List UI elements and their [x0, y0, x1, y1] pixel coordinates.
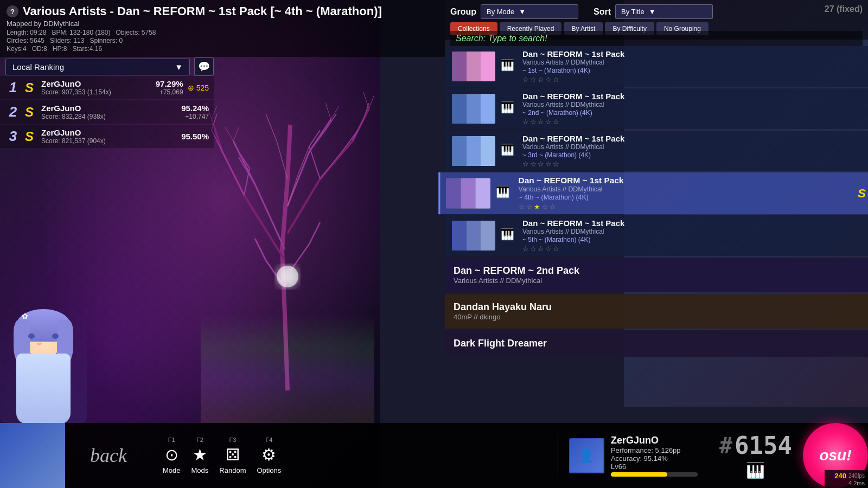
song-stars-4: ☆☆★☆☆	[519, 202, 852, 210]
options-button[interactable]: F4 ⚙ Options	[257, 436, 281, 474]
chat-icon-button[interactable]: 💬	[194, 57, 214, 76]
song-list: 🎹 Dan ~ REFORM ~ 1st Pack Various Artist…	[445, 46, 868, 358]
bottom-piano-icon: 🎹	[746, 461, 765, 479]
fps-value: 240	[834, 472, 846, 480]
score-rank-3: 3	[5, 128, 21, 145]
mode-label: Mode	[163, 466, 181, 474]
song-stars-3: ☆☆☆☆☆	[522, 160, 863, 168]
sort-dropdown[interactable]: By Title ▼	[615, 4, 713, 19]
song-artist-1: Various Artists // DDMythical	[522, 59, 863, 66]
random-button[interactable]: F3 ⚄ Random	[219, 436, 246, 474]
song-thumb-4	[446, 178, 490, 209]
pack-item-2[interactable]: Dandan Hayaku Naru 40mP // dkingo	[445, 294, 868, 329]
pack-item-3[interactable]: Dark Flight Dreamer	[445, 330, 868, 357]
player-info: 👤 ZerGJunO Performance: 5,126pp Accuracy…	[558, 435, 709, 477]
level-bar-background	[611, 472, 698, 477]
player-performance: Performance: 5,126pp	[611, 446, 698, 454]
song-item-1[interactable]: 🎹 Dan ~ REFORM ~ 1st Pack Various Artist…	[445, 46, 868, 87]
hit-icon-1: ⊕	[188, 84, 194, 92]
f1-label: F1	[168, 436, 175, 443]
song-stats: Circles: 5645 Sliders: 113 Spinners: 0	[7, 37, 438, 44]
options-icon: ⚙	[261, 445, 276, 464]
score-entry-3[interactable]: 3 S ZerGJunO Score: 821,537 (904x) 95.50…	[0, 125, 214, 148]
mode-icon: ⊙	[165, 445, 178, 464]
song-meta: Length: 09:28 BPM: 132-180 (180) Objects…	[7, 29, 438, 36]
svg-point-0	[277, 266, 298, 287]
group-arrow: ▼	[519, 8, 526, 16]
pack-title-1: Dan ~ REFORM ~ 2nd Pack	[454, 265, 859, 277]
search-text: Search: Type to search!	[456, 34, 547, 43]
hit-count-1: 525	[196, 84, 209, 92]
f3-label: F3	[229, 436, 236, 443]
mods-button[interactable]: F2 ★ Mods	[192, 436, 209, 474]
anime-character-left: ✿	[0, 304, 87, 423]
player-level: Lv66	[611, 463, 698, 471]
random-label: Random	[219, 466, 246, 474]
back-avatar-area	[0, 423, 65, 488]
score-name-2: ZerGJunO	[41, 104, 177, 113]
song-info-5: Dan ~ REFORM ~ 1st Pack Various Artists …	[522, 219, 863, 253]
options-label: Options	[257, 466, 281, 474]
group-dropdown[interactable]: By Mode ▼	[481, 4, 578, 19]
song-title-3: Dan ~ REFORM ~ 1st Pack	[522, 134, 863, 143]
song-info-3: Dan ~ REFORM ~ 1st Pack Various Artists …	[522, 134, 863, 168]
ranking-arrow: ▼	[175, 62, 183, 72]
leaderboard: 1 S ZerGJunO Score: 907,353 (1,154x) 97.…	[0, 76, 214, 149]
search-bar[interactable]: Search: Type to search!	[450, 31, 863, 46]
piano-icon-4: 🎹	[496, 185, 513, 202]
ranking-label: Local Ranking	[12, 62, 64, 72]
fps-target: 240fps	[848, 473, 865, 479]
song-diff-4: ~ 4th ~ (Marathon) (4K)	[519, 194, 852, 201]
song-title-4: Dan ~ REFORM ~ 1st Pack	[519, 176, 852, 185]
score-grade-3: S	[25, 129, 37, 144]
group-value: By Mode	[487, 8, 514, 16]
score-acc-1: 97.29%	[156, 79, 183, 88]
pack-item-1[interactable]: Dan ~ REFORM ~ 2nd Pack Various Artists …	[445, 258, 868, 292]
song-thumb-1	[452, 52, 495, 81]
bottom-actions: F1 ⊙ Mode F2 ★ Mods F3 ⚄ Random F4 ⚙ Opt…	[152, 436, 558, 474]
bottom-bar: back F1 ⊙ Mode F2 ★ Mods F3 ⚄ Random F4 …	[0, 423, 868, 488]
ranking-dropdown[interactable]: Local Ranking ▼	[5, 59, 190, 75]
random-icon: ⚄	[226, 445, 240, 464]
pack-title-3: Dark Flight Dreamer	[454, 338, 859, 349]
song-title: Various Artists - Dan ~ REFORM ~ 1st Pac…	[23, 4, 382, 18]
song-header: ? Various Artists - Dan ~ REFORM ~ 1st P…	[0, 0, 445, 57]
score-number: 6154	[735, 432, 792, 459]
song-thumb-2	[452, 94, 495, 124]
song-diff-3: ~ 3rd ~ (Marathon) (4K)	[522, 151, 863, 159]
mapper-info: Mapped by DDMythical	[7, 20, 438, 28]
score-entry-2[interactable]: 2 S ZerGJunO Score: 832,284 (938x) 95.24…	[0, 100, 214, 124]
song-item-4[interactable]: 🎹 Dan ~ REFORM ~ 1st Pack Various Artist…	[438, 172, 868, 214]
player-name: ZerGJunO	[611, 435, 698, 446]
mods-label: Mods	[192, 466, 209, 474]
sort-value: By Title	[621, 8, 644, 16]
song-stars-2: ☆☆☆☆☆	[522, 118, 863, 126]
song-stars-5: ☆☆☆☆☆	[522, 245, 863, 253]
player-accuracy: Accuracy: 95.14%	[611, 454, 698, 463]
score-grade-1: S	[25, 80, 37, 95]
score-acc-2: 95.24%	[181, 104, 209, 113]
song-item-3[interactable]: 🎹 Dan ~ REFORM ~ 1st Pack Various Artist…	[445, 131, 868, 171]
song-item-5[interactable]: 🎹 Dan ~ REFORM ~ 1st Pack Various Artist…	[445, 215, 868, 256]
score-name-3: ZerGJunO	[41, 128, 177, 137]
song-info-2: Dan ~ REFORM ~ 1st Pack Various Artists …	[522, 92, 863, 126]
song-info-1: Dan ~ REFORM ~ 1st Pack Various Artists …	[522, 49, 863, 84]
score-entry-1[interactable]: 1 S ZerGJunO Score: 907,353 (1,154x) 97.…	[0, 76, 214, 99]
mode-button[interactable]: F1 ⊙ Mode	[163, 436, 181, 474]
song-thumb-3	[452, 136, 495, 166]
pack-artist-1: Various Artists // DDMythical	[454, 277, 859, 285]
song-artist-3: Various Artists // DDMythical	[522, 143, 863, 151]
piano-icon-1: 🎹	[501, 59, 517, 75]
song-artist-4: Various Artists // DDMythical	[519, 185, 852, 193]
back-section[interactable]: back	[65, 439, 152, 472]
help-icon[interactable]: ?	[7, 5, 18, 17]
song-artist-5: Various Artists // DDMythical	[522, 228, 863, 235]
score-hash-icon: #	[719, 433, 732, 458]
song-item-2[interactable]: 🎹 Dan ~ REFORM ~ 1st Pack Various Artist…	[445, 88, 868, 129]
score-hits-1: ⊕ 525	[188, 84, 209, 92]
song-title-2: Dan ~ REFORM ~ 1st Pack	[522, 92, 863, 101]
song-keys: Keys:4 OD:8 HP:8 Stars:4.16	[7, 45, 438, 53]
song-title-1: Dan ~ REFORM ~ 1st Pack	[522, 49, 863, 59]
sort-label: Sort	[593, 7, 611, 17]
song-info-4: Dan ~ REFORM ~ 1st Pack Various Artists …	[519, 176, 852, 211]
